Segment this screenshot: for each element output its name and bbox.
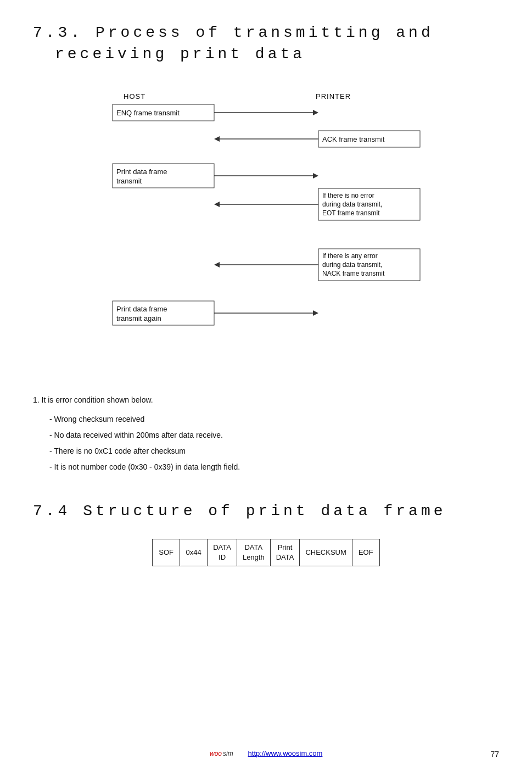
print-again-arrow-head xyxy=(313,310,318,316)
table-cell-eof: EOF xyxy=(352,539,379,566)
logo-woo: woo xyxy=(210,750,222,757)
enq-label: ENQ frame transmit xyxy=(116,109,180,117)
section-7-4-title: 7.4 Structure of print data frame xyxy=(33,500,499,522)
ack-label: ACK frame transmit xyxy=(322,135,385,143)
nack-box xyxy=(318,249,420,281)
enq-box xyxy=(113,104,214,121)
table-cell-sof: SOF xyxy=(153,539,180,566)
enq-arrow-head xyxy=(313,110,318,115)
table-cell-data-id: DATAID xyxy=(208,539,237,566)
table-cell-0x44: 0x44 xyxy=(180,539,208,566)
ack-box xyxy=(318,131,420,147)
nack-label-1: If there is any error xyxy=(322,252,378,260)
eot-box xyxy=(318,188,420,220)
table-cell-checksum: CHECKSUM xyxy=(300,539,352,566)
eot-label-3: EOT frame transmit xyxy=(322,209,380,217)
nack-arrow-head xyxy=(214,262,220,267)
table-cell-data-length: DATALength xyxy=(237,539,270,566)
notes-section: 1. It is error condition shown below. - … xyxy=(33,394,499,473)
print-data-box xyxy=(113,164,214,188)
print-data-label-2: transmit xyxy=(116,177,142,185)
print-again-label-1: Print data frame xyxy=(116,305,167,313)
table-cell-print-data: PrintDATA xyxy=(270,539,300,566)
eot-label-2: during data transmit, xyxy=(322,200,382,208)
ack-arrow-head xyxy=(214,136,220,142)
section-7-3-title: 7.3. Process of transmitting and receivi… xyxy=(33,22,499,65)
nack-label-2: during data transmit, xyxy=(322,261,382,269)
print-again-box xyxy=(113,301,214,325)
note-sub-2: - No data received within 200ms after da… xyxy=(49,430,499,441)
printer-label: PRINTER xyxy=(316,92,351,101)
footer-page-number: 77 xyxy=(490,750,499,759)
section-title-line1: 7.3. Process of transmitting and receivi… xyxy=(33,22,499,65)
frame-table-container: SOF 0x44 DATAID DATALength PrintDATA CHE… xyxy=(33,539,499,566)
page: 7.3. Process of transmitting and receivi… xyxy=(0,0,532,775)
footer-url[interactable]: http://www.woosim.com xyxy=(248,749,323,757)
diagram: HOST PRINTER ENQ frame transmit ACK fram… xyxy=(96,87,436,372)
table-row: SOF 0x44 DATAID DATALength PrintDATA CHE… xyxy=(153,539,380,566)
host-label: HOST xyxy=(124,92,145,101)
eot-label-1: If there is no error xyxy=(322,192,374,199)
note-sub-4: - It is not number code (0x30 - 0x39) in… xyxy=(49,461,499,473)
diagram-container: HOST PRINTER ENQ frame transmit ACK fram… xyxy=(33,87,499,372)
print-again-label-2: transmit again xyxy=(116,314,161,322)
note-main: 1. It is error condition shown below. xyxy=(33,394,499,406)
note-sub-3: - There is no 0xC1 code after checksum xyxy=(49,445,499,457)
note-sub-1: - Wrong checksum received xyxy=(49,414,499,425)
eot-arrow-head xyxy=(214,202,220,207)
print-data-label-1: Print data frame xyxy=(116,168,167,176)
footer-logo-svg: woo sim xyxy=(210,748,243,759)
frame-table: SOF 0x44 DATAID DATALength PrintDATA CHE… xyxy=(152,539,380,566)
diagram-svg: HOST PRINTER ENQ frame transmit ACK fram… xyxy=(96,87,436,372)
print-arrow-head xyxy=(313,173,318,179)
nack-label-3: NACK frame transmit xyxy=(322,270,385,277)
logo-sim: sim xyxy=(223,750,233,757)
footer: woo sim http://www.woosim.com xyxy=(0,748,532,759)
